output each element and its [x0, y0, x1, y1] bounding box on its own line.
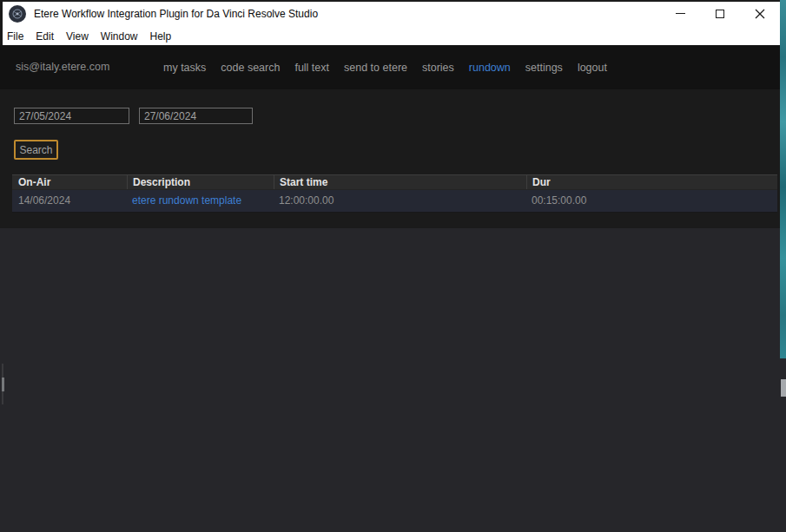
cell-start-time: 12:00:00.00 — [274, 190, 526, 212]
table-row[interactable]: 14/06/2024 etere rundown template 12:00:… — [12, 190, 777, 213]
maximize-button[interactable] — [700, 0, 740, 27]
date-to-input[interactable] — [139, 108, 253, 124]
nav-item-logout[interactable]: logout — [578, 62, 607, 74]
nav-item-settings[interactable]: settings — [525, 62, 563, 74]
user-email: sis@italy.etere.com — [16, 45, 109, 89]
maximize-icon — [716, 10, 724, 18]
menu-bar: File Edit View Window Help — [0, 27, 780, 45]
nav-item-full-text[interactable]: full text — [294, 62, 329, 74]
desktop-background: { "window": { "title": "Etere Workflow I… — [0, 0, 786, 532]
menu-view[interactable]: View — [66, 30, 89, 43]
nav-item-my-tasks[interactable]: my tasks — [163, 62, 206, 74]
column-header-on-air: On-Air — [12, 175, 127, 189]
background-scrollbar-thumb-left — [2, 378, 4, 391]
window-controls — [660, 0, 780, 27]
lower-background — [0, 228, 786, 532]
nav-bar: sis@italy.etere.com my tasks code search… — [0, 45, 780, 89]
content-panel: Search On-Air Description Start time Dur… — [0, 89, 780, 228]
nav-links: my tasks code search full text send to e… — [163, 45, 607, 89]
minimize-icon — [676, 13, 685, 14]
desktop-wallpaper-strip — [780, 0, 786, 358]
menu-help[interactable]: Help — [150, 30, 172, 43]
close-icon — [755, 9, 765, 19]
cell-dur: 00:15:00.00 — [526, 190, 777, 212]
nav-item-code-search[interactable]: code search — [221, 62, 280, 74]
menu-file[interactable]: File — [7, 30, 23, 43]
nav-item-send-to-etere[interactable]: send to etere — [344, 62, 407, 74]
background-scrollbar-artifact-right — [781, 379, 786, 397]
title-bar[interactable]: Etere Workflow Integration Plugin for Da… — [0, 0, 780, 27]
rundown-template-link[interactable]: etere rundown template — [127, 190, 274, 212]
cell-on-air: 14/06/2024 — [12, 190, 127, 212]
column-header-description: Description — [127, 175, 274, 189]
search-button[interactable]: Search — [14, 140, 58, 160]
menu-window[interactable]: Window — [101, 30, 138, 43]
column-header-dur: Dur — [526, 175, 777, 189]
menu-edit[interactable]: Edit — [36, 30, 54, 43]
date-from-input[interactable] — [14, 108, 129, 124]
close-button[interactable] — [740, 0, 780, 27]
window-frame-top-edge — [0, 0, 780, 2]
nav-item-rundown[interactable]: rundown — [469, 62, 511, 74]
app-icon — [9, 5, 26, 23]
minimize-button[interactable] — [660, 0, 700, 27]
column-header-start-time: Start time — [274, 175, 526, 189]
rundown-table: On-Air Description Start time Dur 14/06/… — [12, 174, 777, 213]
window-title: Etere Workflow Integration Plugin for Da… — [34, 8, 318, 20]
table-header-row: On-Air Description Start time Dur — [12, 174, 777, 190]
nav-item-stories[interactable]: stories — [422, 62, 454, 74]
